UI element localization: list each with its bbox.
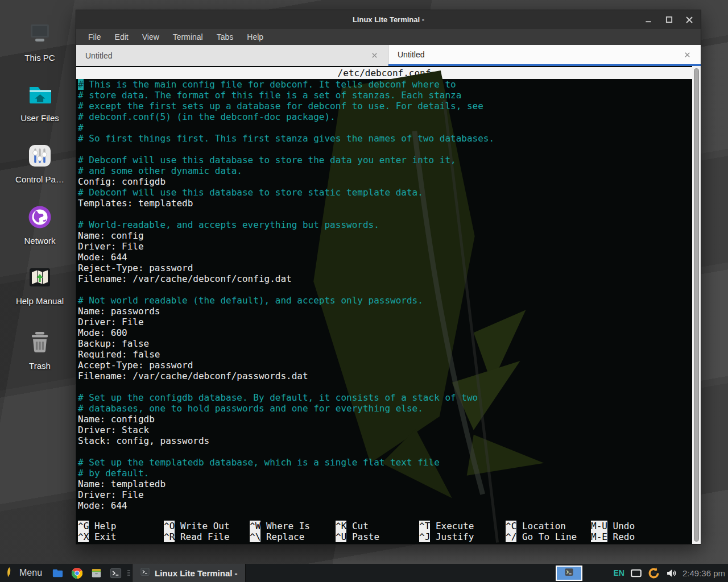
quick-launchers bbox=[48, 564, 125, 582]
nano-shortcut: ^X Exit bbox=[78, 531, 164, 542]
tab-close-button[interactable] bbox=[682, 50, 692, 59]
menu-bar: FileEditViewTerminalTabsHelp bbox=[76, 29, 701, 45]
nano-text-buffer[interactable]: # This is the main config file for debco… bbox=[76, 79, 692, 511]
menu-edit[interactable]: Edit bbox=[108, 29, 135, 45]
terminal-line: Name: templatedb bbox=[78, 479, 692, 489]
scrollbar-thumb[interactable] bbox=[694, 68, 699, 542]
help-manual-icon bbox=[26, 264, 53, 291]
nano-shortcut: M-U Undo bbox=[591, 521, 692, 531]
menu-view[interactable]: View bbox=[135, 29, 166, 45]
terminal-line: Stack: config, passwords bbox=[78, 435, 692, 446]
menu-tabs[interactable]: Tabs bbox=[210, 29, 241, 45]
nano-shortcut: ^U Paste bbox=[336, 531, 419, 542]
terminal-scrollbar[interactable] bbox=[692, 66, 701, 544]
terminal-tab-1[interactable]: Untitled bbox=[76, 45, 388, 66]
tab-bar: UntitledUntitled bbox=[76, 45, 701, 66]
terminal-line: Name: configdb bbox=[78, 414, 692, 425]
terminal-tab-2[interactable]: Untitled bbox=[388, 45, 701, 66]
shortcut-key: M-U bbox=[591, 521, 607, 531]
nano-shortcut: ^G Help bbox=[78, 521, 164, 531]
nano-editor[interactable]: /etc/debconf.conf GNU nano 7.2 # This is… bbox=[76, 66, 692, 544]
shortcut-column: ^C Location^/ Go To Line bbox=[506, 521, 591, 542]
file-manager-launcher[interactable] bbox=[88, 564, 105, 582]
window-icon bbox=[51, 567, 64, 580]
terminal-line: Driver: File bbox=[78, 317, 692, 327]
display-tray[interactable] bbox=[630, 566, 643, 580]
desktop-icon-trash[interactable]: Trash bbox=[0, 329, 80, 371]
tab-close-button[interactable] bbox=[370, 51, 379, 60]
folder-home-icon bbox=[26, 81, 53, 108]
minimize-button[interactable] bbox=[644, 15, 653, 24]
shortcut-label: Exit bbox=[89, 531, 116, 542]
terminal-screen[interactable]: /etc/debconf.conf GNU nano 7.2 # This is… bbox=[76, 66, 701, 544]
network-globe-icon bbox=[26, 203, 53, 231]
shortcut-column: ^K Cut^U Paste bbox=[336, 521, 419, 542]
taskbar: Menu Linux Lite Terminal - EN 2:49:36 pm bbox=[0, 564, 728, 582]
chrome-launcher[interactable] bbox=[68, 564, 85, 582]
desktop-icon-this-pc[interactable]: This PC bbox=[0, 20, 80, 63]
terminal-line: Filename: /var/cache/debconf/passwords.d… bbox=[78, 371, 692, 381]
volume-tray[interactable] bbox=[665, 566, 679, 580]
files-launcher[interactable] bbox=[49, 564, 66, 582]
desktop-icon-help-manual[interactable]: Help Manual bbox=[0, 264, 80, 306]
terminal-mini-icon bbox=[564, 567, 574, 579]
shortcut-key: ^T bbox=[419, 521, 430, 531]
workspace-pager[interactable] bbox=[556, 566, 582, 581]
terminal-line: # This is the main config file for debco… bbox=[78, 79, 692, 90]
terminal-icon bbox=[140, 567, 150, 577]
shortcut-label: Paste bbox=[346, 531, 379, 542]
desktop-icon-user-files[interactable]: User Files bbox=[0, 81, 80, 123]
desktop-icon-network[interactable]: Network bbox=[0, 203, 80, 246]
clock[interactable]: 2:49:36 pm bbox=[682, 568, 725, 578]
shortcut-column: ^G Help^X Exit bbox=[78, 521, 164, 542]
terminal-icon bbox=[109, 567, 122, 580]
shortcut-column: ^W Where Is^\ Replace bbox=[250, 521, 336, 542]
nano-shortcut: ^W Where Is bbox=[250, 521, 336, 531]
shortcut-label: Justify bbox=[430, 531, 474, 542]
maximize-button[interactable] bbox=[664, 15, 673, 24]
terminal-line: # Debconf will use this database to stor… bbox=[78, 155, 692, 165]
nano-shortcut: ^K Cut bbox=[336, 521, 419, 531]
maximize-icon bbox=[665, 16, 673, 23]
terminal-line: Name: passwords bbox=[78, 306, 692, 317]
terminal-line: Required: false bbox=[78, 349, 692, 360]
shortcut-label: Location bbox=[516, 521, 566, 531]
terminal-line: # except the first sets up a database fo… bbox=[78, 101, 692, 111]
shortcut-label: Where Is bbox=[260, 521, 310, 531]
terminal-line bbox=[78, 144, 692, 155]
updates-tray[interactable] bbox=[647, 566, 661, 580]
terminal-line: Mode: 600 bbox=[78, 327, 692, 338]
taskbar-window-button[interactable]: Linux Lite Terminal - bbox=[132, 564, 246, 582]
menu-help[interactable]: Help bbox=[240, 29, 270, 45]
terminal-line: # Set up the configdb database. By defau… bbox=[78, 392, 692, 403]
nano-shortcut: M-E Redo bbox=[591, 531, 692, 542]
menu-terminal[interactable]: Terminal bbox=[166, 29, 210, 45]
terminal-line bbox=[78, 381, 692, 392]
shortcut-label: Go To Line bbox=[516, 531, 577, 542]
shortcut-column: ^O Write Out^R Read File bbox=[164, 521, 250, 542]
shortcut-key: ^K bbox=[336, 521, 346, 531]
nano-shortcut: ^/ Go To Line bbox=[506, 531, 591, 542]
terminal-line: Mode: 644 bbox=[78, 252, 692, 263]
keyboard-language-indicator[interactable]: EN bbox=[613, 568, 624, 577]
desktop-icon-label: User Files bbox=[20, 113, 59, 123]
terminal-line: # Set up the templatedb database, which … bbox=[78, 457, 692, 468]
desktop-icon-label: Help Manual bbox=[16, 296, 64, 306]
terminal-line bbox=[78, 446, 692, 457]
window-titlebar[interactable]: Linux Lite Terminal - bbox=[76, 10, 701, 29]
shortcut-label: Execute bbox=[430, 521, 474, 531]
desktop-icon-control-pa[interactable]: Control Pa… bbox=[0, 142, 80, 184]
menu-file[interactable]: File bbox=[81, 29, 108, 45]
terminal-line: Reject-Type: password bbox=[78, 263, 692, 273]
terminal-line: Filename: /var/cache/debconf/config.dat bbox=[78, 273, 692, 284]
terminal-line: Driver: File bbox=[78, 489, 692, 500]
start-menu-button[interactable]: Menu bbox=[0, 564, 48, 582]
terminal-launcher[interactable] bbox=[107, 564, 124, 582]
shortcut-column: M-U UndoM-E Redo bbox=[591, 521, 692, 542]
trash-icon bbox=[26, 329, 53, 356]
terminal-line: # World-readable, and accepts everything… bbox=[78, 219, 692, 230]
close-button[interactable] bbox=[685, 15, 694, 24]
terminal-line: Config: configdb bbox=[78, 176, 692, 187]
shortcut-key: ^\ bbox=[250, 531, 260, 542]
panel-drag-handle[interactable] bbox=[126, 564, 131, 582]
